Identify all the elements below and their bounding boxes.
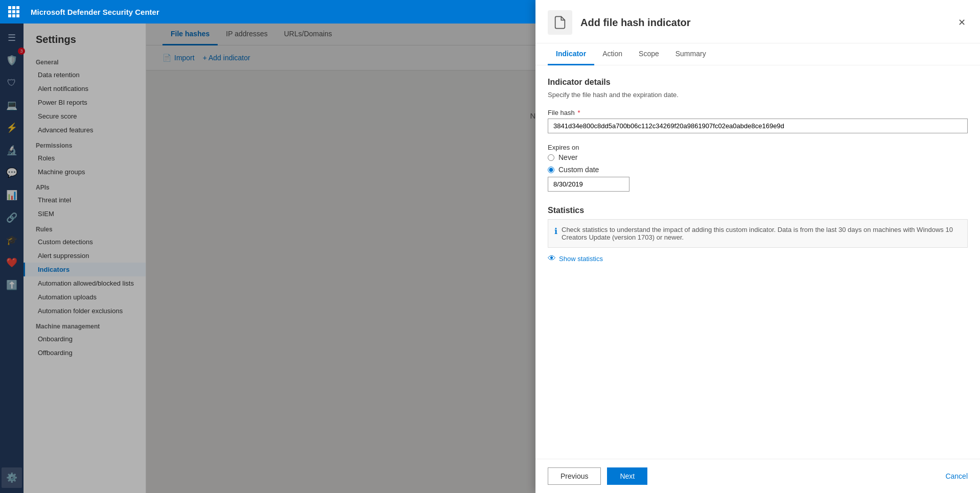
- waffle-menu[interactable]: [6, 4, 21, 19]
- date-input[interactable]: [548, 177, 629, 192]
- panel-close-button[interactable]: ✕: [956, 15, 968, 30]
- indicator-details-desc: Specify the file hash and the expiration…: [548, 91, 968, 99]
- cancel-button[interactable]: Cancel: [945, 472, 968, 480]
- show-statistics-label: Show statistics: [559, 255, 603, 263]
- panel-tab-action[interactable]: Action: [594, 43, 631, 65]
- next-button[interactable]: Next: [607, 467, 647, 485]
- panel-tab-summary[interactable]: Summary: [667, 43, 714, 65]
- radio-custom-date-label: Custom date: [558, 166, 599, 174]
- show-statistics-link[interactable]: 👁 Show statistics: [548, 254, 968, 263]
- waffle-grid-icon: [8, 6, 19, 17]
- panel-tab-indicator[interactable]: Indicator: [548, 43, 594, 65]
- show-stats-eye-icon: 👁: [548, 254, 556, 263]
- panel-body: Indicator details Specify the file hash …: [535, 65, 980, 459]
- statistics-section: Statistics ℹ Check statistics to underst…: [548, 206, 968, 263]
- required-marker: *: [577, 109, 580, 116]
- indicator-details-title: Indicator details: [548, 78, 968, 87]
- previous-button[interactable]: Previous: [548, 467, 601, 485]
- panel-tabs: Indicator Action Scope Summary: [535, 43, 980, 65]
- file-hash-label: File hash *: [548, 109, 968, 116]
- app-title: Microsoft Defender Security Center: [31, 8, 159, 16]
- expires-on-label: Expires on: [548, 144, 968, 151]
- radio-custom-date[interactable]: Custom date: [548, 166, 968, 174]
- radio-never-input[interactable]: [548, 154, 554, 161]
- panel-icon: [548, 10, 572, 35]
- info-icon: ℹ: [554, 226, 557, 236]
- panel-title: Add file hash indicator: [580, 17, 691, 29]
- statistics-title: Statistics: [548, 206, 968, 215]
- file-hash-input[interactable]: [548, 119, 968, 133]
- statistics-info-text: Check statistics to understand the impac…: [562, 226, 961, 241]
- expires-radio-group: Never Custom date: [548, 153, 968, 174]
- panel-footer: Previous Next Cancel: [535, 459, 980, 493]
- side-panel: Add file hash indicator ✕ Indicator Acti…: [535, 0, 980, 493]
- panel-header: Add file hash indicator ✕: [535, 0, 980, 43]
- statistics-info: ℹ Check statistics to understand the imp…: [548, 219, 968, 248]
- panel-tab-scope[interactable]: Scope: [631, 43, 667, 65]
- radio-never[interactable]: Never: [548, 153, 968, 161]
- radio-never-label: Never: [558, 153, 577, 161]
- radio-custom-date-input[interactable]: [548, 167, 554, 173]
